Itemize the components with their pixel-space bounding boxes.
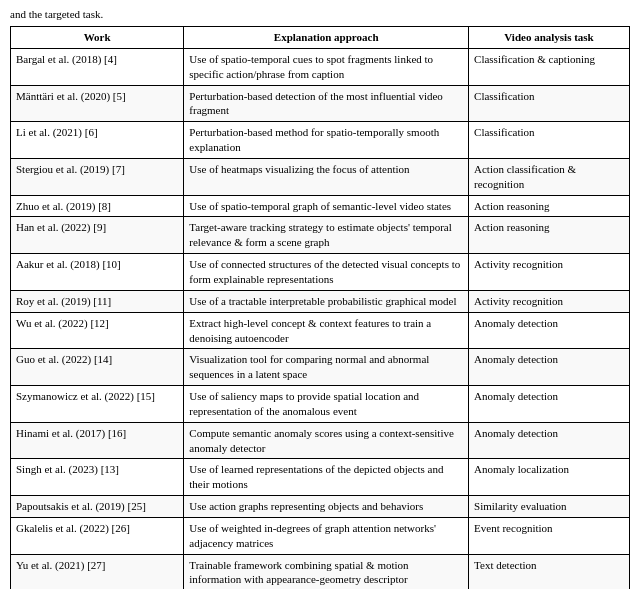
cell-explanation: Use action graphs representing objects a… (184, 496, 469, 518)
table-row: Papoutsakis et al. (2019) [25]Use action… (11, 496, 630, 518)
cell-task: Anomaly detection (469, 312, 630, 349)
cell-task: Activity recognition (469, 254, 630, 291)
cell-work: Singh et al. (2023) [13] (11, 459, 184, 496)
table-row: Wu et al. (2022) [12]Extract high-level … (11, 312, 630, 349)
table-row: Guo et al. (2022) [14]Visualization tool… (11, 349, 630, 386)
cell-explanation: Perturbation-based detection of the most… (184, 85, 469, 122)
cell-work: Wu et al. (2022) [12] (11, 312, 184, 349)
cell-work: Stergiou et al. (2019) [7] (11, 158, 184, 195)
cell-task: Text detection (469, 554, 630, 589)
cell-task: Classification (469, 122, 630, 159)
cell-explanation: Extract high-level concept & context fea… (184, 312, 469, 349)
cell-task: Anomaly detection (469, 386, 630, 423)
cell-explanation: Perturbation-based method for spatio-tem… (184, 122, 469, 159)
cell-work: Roy et al. (2019) [11] (11, 290, 184, 312)
table-row: Gkalelis et al. (2022) [26]Use of weight… (11, 517, 630, 554)
cell-task: Anomaly localization (469, 459, 630, 496)
header-work: Work (11, 27, 184, 49)
cell-task: Classification & captioning (469, 48, 630, 85)
table-row: Stergiou et al. (2019) [7]Use of heatmap… (11, 158, 630, 195)
cell-work: Hinami et al. (2017) [16] (11, 422, 184, 459)
header-explanation: Explanation approach (184, 27, 469, 49)
table-row: Zhuo et al. (2019) [8]Use of spatio-temp… (11, 195, 630, 217)
cell-work: Mänttäri et al. (2020) [5] (11, 85, 184, 122)
table-row: Bargal et al. (2018) [4]Use of spatio-te… (11, 48, 630, 85)
cell-task: Classification (469, 85, 630, 122)
cell-work: Yu et al. (2021) [27] (11, 554, 184, 589)
cell-task: Action reasoning (469, 195, 630, 217)
table-row: Mänttäri et al. (2020) [5]Perturbation-b… (11, 85, 630, 122)
cell-task: Action classification & recognition (469, 158, 630, 195)
cell-explanation: Use of heatmaps visualizing the focus of… (184, 158, 469, 195)
cell-work: Gkalelis et al. (2022) [26] (11, 517, 184, 554)
cell-explanation: Use of a tractable interpretable probabi… (184, 290, 469, 312)
cell-explanation: Visualization tool for comparing normal … (184, 349, 469, 386)
cell-task: Anomaly detection (469, 422, 630, 459)
cell-task: Activity recognition (469, 290, 630, 312)
table-row: Aakur et al. (2018) [10]Use of connected… (11, 254, 630, 291)
cell-work: Papoutsakis et al. (2019) [25] (11, 496, 184, 518)
cell-explanation: Use of spatio-temporal cues to spot frag… (184, 48, 469, 85)
cell-work: Aakur et al. (2018) [10] (11, 254, 184, 291)
cell-work: Li et al. (2021) [6] (11, 122, 184, 159)
cell-explanation: Use of weighted in-degrees of graph atte… (184, 517, 469, 554)
cell-work: Han et al. (2022) [9] (11, 217, 184, 254)
cell-explanation: Use of spatio-temporal graph of semantic… (184, 195, 469, 217)
cell-explanation: Use of learned representations of the de… (184, 459, 469, 496)
cell-task: Similarity evaluation (469, 496, 630, 518)
table-row: Yu et al. (2021) [27]Trainable framework… (11, 554, 630, 589)
cell-explanation: Trainable framework combining spatial & … (184, 554, 469, 589)
cell-task: Anomaly detection (469, 349, 630, 386)
cell-work: Zhuo et al. (2019) [8] (11, 195, 184, 217)
cell-explanation: Compute semantic anomaly scores using a … (184, 422, 469, 459)
cell-work: Szymanowicz et al. (2022) [15] (11, 386, 184, 423)
cell-explanation: Use of saliency maps to provide spatial … (184, 386, 469, 423)
cell-work: Bargal et al. (2018) [4] (11, 48, 184, 85)
cell-explanation: Target-aware tracking strategy to estima… (184, 217, 469, 254)
cell-work: Guo et al. (2022) [14] (11, 349, 184, 386)
table-row: Singh et al. (2023) [13]Use of learned r… (11, 459, 630, 496)
table-row: Hinami et al. (2017) [16]Compute semanti… (11, 422, 630, 459)
table-header-row: Work Explanation approach Video analysis… (11, 27, 630, 49)
table-row: Li et al. (2021) [6]Perturbation-based m… (11, 122, 630, 159)
table-row: Roy et al. (2019) [11]Use of a tractable… (11, 290, 630, 312)
cell-task: Event recognition (469, 517, 630, 554)
table-row: Han et al. (2022) [9]Target-aware tracki… (11, 217, 630, 254)
cell-explanation: Use of connected structures of the detec… (184, 254, 469, 291)
table-row: Szymanowicz et al. (2022) [15]Use of sal… (11, 386, 630, 423)
intro-text: and the targeted task. (10, 8, 630, 20)
cell-task: Action reasoning (469, 217, 630, 254)
main-table: Work Explanation approach Video analysis… (10, 26, 630, 589)
header-task: Video analysis task (469, 27, 630, 49)
